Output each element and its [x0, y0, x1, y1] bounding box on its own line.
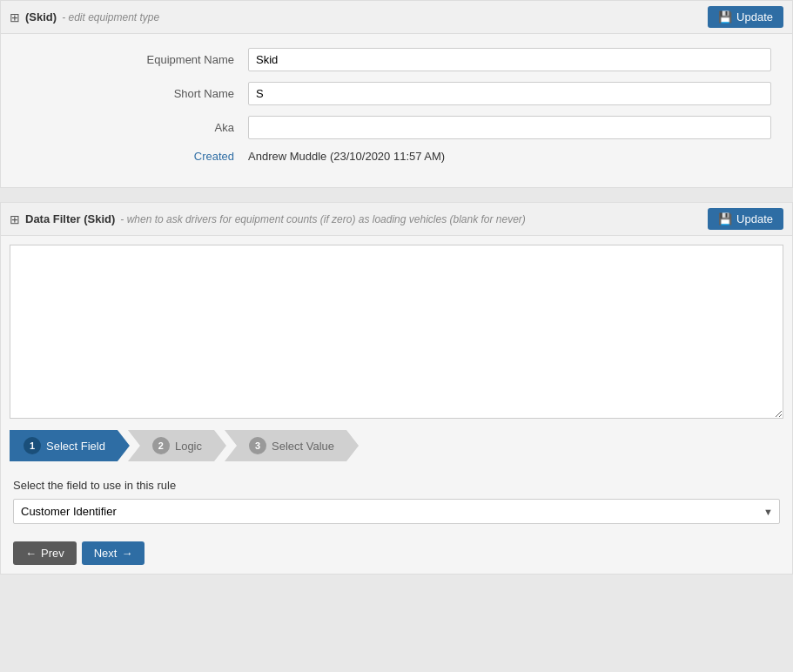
save-icon-2: 💾: [718, 212, 732, 225]
data-filter-header-left: ⊞ Data Filter (Skid) - when to ask drive…: [10, 212, 526, 226]
prev-button-label: Prev: [41, 547, 64, 560]
save-icon: 💾: [718, 10, 732, 24]
filter-textarea-wrap: [1, 236, 792, 430]
field-select[interactable]: Customer Identifier Vehicle Type Route D…: [13, 499, 780, 524]
created-label: Created: [22, 150, 248, 163]
grid-icon-2: ⊞: [10, 212, 20, 226]
data-filter-card: ⊞ Data Filter (Skid) - when to ask drive…: [0, 202, 793, 575]
prev-button[interactable]: ← Prev: [13, 541, 77, 565]
equipment-name-row: Equipment Name: [22, 48, 771, 71]
field-selector-label: Select the field to use in this rule: [13, 479, 780, 492]
short-name-row: Short Name: [22, 82, 771, 105]
wizard-step-1[interactable]: 1 Select Field: [10, 430, 130, 461]
aka-row: Aka: [22, 116, 771, 139]
wizard-step-3[interactable]: 3 Select Value: [225, 430, 359, 461]
card-subtitle: - edit equipment type: [62, 11, 159, 24]
equipment-type-card: ⊞ (Skid) - edit equipment type 💾 Update …: [0, 0, 793, 188]
data-filter-title: Data Filter (Skid): [25, 212, 115, 225]
next-arrow-icon: →: [121, 547, 132, 560]
aka-label: Aka: [22, 121, 248, 134]
step-3-badge: 3: [249, 437, 266, 454]
update-button-top[interactable]: 💾 Update: [708, 6, 783, 28]
step-1-badge: 1: [24, 437, 41, 454]
card-header-left: ⊞ (Skid) - edit equipment type: [10, 10, 159, 24]
aka-input[interactable]: [248, 116, 771, 139]
field-selector-section: Select the field to use in this rule Cus…: [1, 470, 792, 533]
created-value: Andrew Muddle (23/10/2020 11:57 AM): [248, 150, 771, 163]
next-button-label: Next: [94, 547, 118, 560]
update-button-bottom-label: Update: [736, 212, 773, 225]
step-2-badge: 2: [152, 437, 170, 454]
next-button[interactable]: Next →: [82, 541, 145, 565]
short-name-label: Short Name: [22, 87, 248, 100]
equipment-name-label: Equipment Name: [22, 53, 248, 66]
wizard-nav: ← Prev Next →: [1, 533, 792, 574]
data-filter-subtitle: - when to ask drivers for equipment coun…: [120, 213, 526, 225]
step-1-label: Select Field: [46, 440, 105, 453]
filter-textarea[interactable]: [10, 245, 783, 419]
wizard-steps: 1 Select Field 2 Logic 3 Select Value: [1, 430, 792, 470]
step-2-label: Logic: [175, 440, 202, 453]
step-3-label: Select Value: [272, 440, 334, 453]
data-filter-card-header: ⊞ Data Filter (Skid) - when to ask drive…: [1, 203, 792, 236]
update-button-bottom[interactable]: 💾 Update: [708, 208, 783, 230]
prev-arrow-icon: ←: [25, 547, 37, 560]
equipment-type-form: Equipment Name Short Name Aka Created An…: [1, 34, 792, 187]
update-button-top-label: Update: [736, 10, 773, 24]
short-name-input[interactable]: [248, 82, 771, 105]
created-row: Created Andrew Muddle (23/10/2020 11:57 …: [22, 150, 771, 163]
wizard-step-2[interactable]: 2 Logic: [128, 430, 226, 461]
grid-icon: ⊞: [10, 10, 20, 24]
field-select-wrap: Customer Identifier Vehicle Type Route D…: [13, 499, 780, 524]
card-title: (Skid): [25, 10, 57, 24]
equipment-type-card-header: ⊞ (Skid) - edit equipment type 💾 Update: [1, 1, 792, 34]
equipment-name-input[interactable]: [248, 48, 771, 71]
